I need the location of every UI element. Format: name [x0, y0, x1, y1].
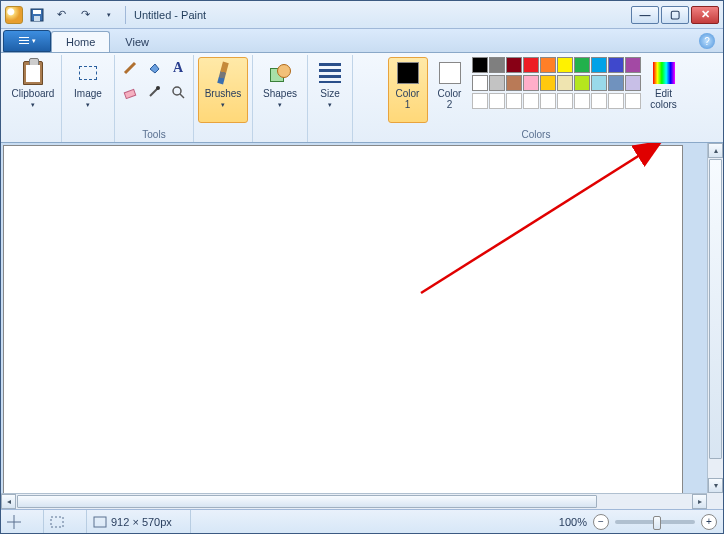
color-swatch[interactable] [608, 75, 624, 91]
color-swatch[interactable] [591, 75, 607, 91]
size-button[interactable]: Size ▾ [312, 57, 348, 123]
brushes-button[interactable]: Brushes ▾ [198, 57, 248, 123]
image-select-button[interactable]: Image ▾ [66, 57, 110, 123]
qat-customize[interactable]: ▾ [99, 5, 119, 25]
color-swatch[interactable] [540, 75, 556, 91]
pencil-tool[interactable] [119, 57, 141, 79]
empty-swatch[interactable] [608, 93, 624, 109]
empty-swatch[interactable] [540, 93, 556, 109]
color-swatch[interactable] [472, 57, 488, 73]
color-swatch[interactable] [472, 75, 488, 91]
zoom-in-button[interactable]: + [701, 514, 717, 530]
svg-point-7 [156, 86, 160, 90]
group-tools: A Tools [115, 55, 194, 142]
svg-marker-4 [150, 64, 159, 73]
svg-rect-1 [33, 10, 41, 14]
empty-swatch[interactable] [591, 93, 607, 109]
color-swatch[interactable] [523, 75, 539, 91]
shapes-button[interactable]: Shapes ▾ [257, 57, 303, 123]
svg-line-9 [180, 94, 184, 98]
work-area: ▴ ▾ ◂ ▸ [1, 143, 723, 509]
brush-icon [217, 62, 228, 85]
color-swatch[interactable] [591, 57, 607, 73]
color-swatch[interactable] [625, 75, 641, 91]
select-icon [79, 66, 97, 80]
tab-view[interactable]: View [110, 31, 164, 52]
window-title: Untitled - Paint [134, 9, 206, 21]
clipboard-button[interactable]: Clipboard ▾ [9, 57, 57, 123]
color-swatch[interactable] [489, 75, 505, 91]
color-swatch[interactable] [506, 57, 522, 73]
svg-rect-2 [34, 16, 40, 21]
group-brushes: Brushes ▾ x [194, 55, 253, 142]
empty-swatch[interactable] [625, 93, 641, 109]
close-button[interactable]: ✕ [691, 6, 719, 24]
menu-icon [19, 37, 29, 45]
undo-button[interactable]: ↶ [51, 5, 71, 25]
help-icon[interactable]: ? [699, 33, 715, 49]
empty-swatch[interactable] [574, 93, 590, 109]
separator [125, 6, 126, 24]
empty-swatch[interactable] [557, 93, 573, 109]
color-swatch[interactable] [523, 57, 539, 73]
title-bar: ↶ ↷ ▾ Untitled - Paint — ▢ ✕ [1, 1, 723, 29]
empty-swatch[interactable] [506, 93, 522, 109]
fill-tool[interactable] [143, 57, 165, 79]
vertical-scrollbar[interactable]: ▴ ▾ [707, 143, 723, 493]
scroll-down-button[interactable]: ▾ [708, 478, 723, 493]
tab-home[interactable]: Home [51, 31, 110, 52]
color1-button[interactable]: Color 1 [388, 57, 428, 123]
zoom-slider[interactable] [615, 520, 695, 524]
scroll-corner [707, 493, 723, 509]
rainbow-icon [653, 62, 675, 84]
canvas[interactable] [3, 145, 683, 493]
color-palette [472, 57, 641, 109]
color-swatch[interactable] [608, 57, 624, 73]
empty-swatch[interactable] [472, 93, 488, 109]
color-swatch[interactable] [574, 57, 590, 73]
cursor-position [7, 510, 44, 533]
group-shapes: Shapes ▾ x [253, 55, 308, 142]
redo-button[interactable]: ↷ [75, 5, 95, 25]
window-controls: — ▢ ✕ [631, 6, 719, 24]
colors-group-label: Colors [522, 127, 551, 142]
color-swatch[interactable] [506, 75, 522, 91]
ribbon-tabs: ▾ Home View ? [1, 29, 723, 53]
scroll-right-button[interactable]: ▸ [692, 494, 707, 509]
paint-window: ↶ ↷ ▾ Untitled - Paint — ▢ ✕ ▾ Home View… [0, 0, 724, 534]
svg-rect-14 [51, 517, 63, 527]
save-button[interactable] [27, 5, 47, 25]
edit-colors-button[interactable]: Edit colors [643, 57, 685, 123]
text-tool[interactable]: A [167, 57, 189, 79]
scroll-up-button[interactable]: ▴ [708, 143, 723, 158]
selection-size [50, 510, 87, 533]
minimize-button[interactable]: — [631, 6, 659, 24]
status-bar: 912 × 570px 100% − + [1, 509, 723, 533]
color-swatch[interactable] [557, 57, 573, 73]
empty-swatch[interactable] [489, 93, 505, 109]
color-swatch[interactable] [557, 75, 573, 91]
horizontal-scrollbar[interactable]: ◂ ▸ [1, 493, 707, 509]
group-colors: Color 1 Color 2 Edit colors Colors [353, 55, 719, 142]
zoom-out-button[interactable]: − [593, 514, 609, 530]
color-swatch[interactable] [625, 57, 641, 73]
shapes-icon [270, 64, 290, 82]
color2-button[interactable]: Color 2 [430, 57, 470, 123]
empty-swatch[interactable] [523, 93, 539, 109]
eraser-tool[interactable] [119, 81, 141, 103]
magnifier-tool[interactable] [167, 81, 189, 103]
picker-tool[interactable] [143, 81, 165, 103]
file-menu-button[interactable]: ▾ [3, 30, 51, 52]
color-swatch[interactable] [574, 75, 590, 91]
vscroll-thumb[interactable] [709, 159, 722, 459]
maximize-button[interactable]: ▢ [661, 6, 689, 24]
color-swatch[interactable] [540, 57, 556, 73]
clipboard-icon [23, 61, 43, 85]
hscroll-thumb[interactable] [17, 495, 597, 508]
quick-access-toolbar: ↶ ↷ ▾ [5, 5, 128, 25]
group-clipboard: Clipboard ▾ Clipboard [5, 55, 62, 142]
selection-icon [50, 516, 64, 528]
svg-point-8 [173, 87, 181, 95]
scroll-left-button[interactable]: ◂ [1, 494, 16, 509]
color-swatch[interactable] [489, 57, 505, 73]
